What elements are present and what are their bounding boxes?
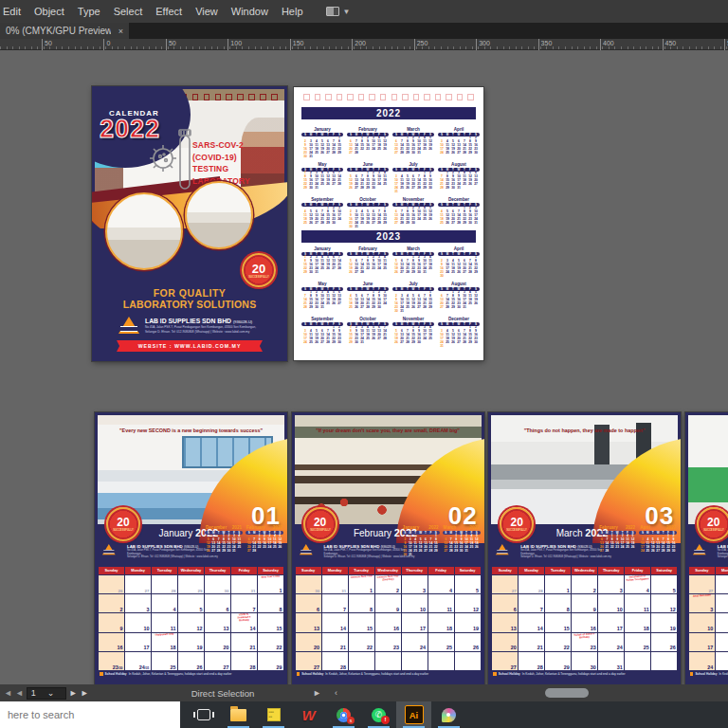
day-cell: 2: [572, 575, 597, 593]
day-cell: 15: [349, 613, 374, 631]
day-cell: 3: [598, 575, 624, 593]
artboard-month-february[interactable]: "If your dream don't scare you, they are…: [292, 412, 484, 684]
day-cell: 26: [651, 633, 677, 651]
windows-taskbar: =====Ws✆!Ai: [0, 701, 728, 728]
day-cell: 20: [205, 633, 230, 651]
taskbar-chrome-icon[interactable]: s: [326, 701, 361, 728]
day-cell: 27: [205, 652, 230, 670]
workspace-switcher[interactable]: ▼: [326, 7, 351, 16]
month-grid: 3031Chinese New Year1Chinese New Year (2…: [296, 575, 481, 670]
labid-logo: [496, 544, 509, 555]
mini-calendar-january-2023: JanuarySMTWTFS12345678910111213141516171…: [301, 246, 343, 279]
day-cell: 15: [258, 613, 283, 631]
artboard-month-march[interactable]: "Things do not happen, they are made to …: [488, 412, 681, 684]
mini-calendar-may-2023: MaySMTWTFS123456789101112131415161718192…: [301, 282, 343, 314]
canvas[interactable]: CALENDAR 2022: [0, 50, 728, 684]
month-quote: "DO or do so…": [691, 428, 728, 433]
document-tab[interactable]: 0% (CMYK/GPU Preview) ×: [0, 23, 129, 39]
menu-item-effect[interactable]: Effect: [155, 6, 182, 17]
day-cell: 6: [296, 594, 321, 612]
menu-item-edit[interactable]: Edit: [3, 6, 21, 17]
month-quote: "If your dream don't scare you, they are…: [298, 428, 479, 433]
ruler-label: 50: [42, 39, 52, 50]
day-cell: 7: [322, 594, 348, 612]
next-artboard-icon[interactable]: ►: [69, 688, 78, 698]
chevron-down-icon: ▼: [343, 8, 351, 16]
month-quote: "Every new SECOND is a new beginning tow…: [100, 428, 282, 433]
taskbar-whatsapp-icon[interactable]: ✆!: [361, 701, 396, 728]
artboard-month-april[interactable]: "DO or do so…" 04 20 SUCCESSFULLY April …: [685, 412, 728, 684]
menu-item-object[interactable]: Object: [34, 6, 64, 17]
day-cell: 20: [492, 633, 518, 651]
day-cell: 9: [572, 594, 597, 612]
taskbar-task-view-icon[interactable]: [186, 701, 221, 728]
month-title: April 2022: [723, 527, 728, 538]
taskbar-illustrator-icon[interactable]: Ai: [396, 701, 431, 728]
artboard-cover[interactable]: CALENDAR 2022: [92, 86, 287, 361]
mini-calendar-june-2023: JuneSMTWTFS12345678910111213141516171819…: [347, 282, 389, 314]
menu-item-help[interactable]: Help: [282, 6, 303, 17]
horizontal-scrollbar-thumb[interactable]: [545, 688, 589, 698]
status-back-icon[interactable]: ‹: [335, 688, 337, 698]
day-cell: Installation of Sultan Terengganu4: [625, 575, 650, 593]
weekday-header: Sunday: [99, 567, 124, 574]
artboard-number: 1: [31, 688, 36, 698]
day-cell: 7: [231, 594, 257, 612]
day-cell: 6: [492, 594, 518, 612]
holiday-legend: School Holiday In Kedah, Johor, Kelantan…: [100, 672, 282, 676]
day-cell: New Year's Day1: [258, 575, 283, 593]
day-cell: 5: [651, 575, 677, 593]
day-cell: [625, 652, 650, 670]
day-cell: YDPB N. Sembilan's Birthday14: [231, 613, 257, 631]
close-tab-icon[interactable]: ×: [118, 27, 123, 36]
mini-calendar-february-2022: February2022SMTWTFS123456789101112131415…: [246, 525, 283, 554]
day-cell: Thaipusam Day18: [152, 633, 177, 651]
weekday-header: Tuesday: [349, 567, 374, 574]
first-artboard-icon[interactable]: ◄: [4, 688, 12, 698]
prev-artboard-icon[interactable]: ◄: [15, 688, 24, 698]
day-cell: 29: [178, 575, 204, 593]
day-cell: 9: [99, 613, 124, 631]
menu-item-select[interactable]: Select: [114, 6, 143, 17]
artboard-navigation[interactable]: ◄ ◄ 1 ⌄ ► ►: [0, 687, 89, 700]
status-arrows[interactable]: ► ‹: [313, 688, 337, 698]
menu-item-window[interactable]: Window: [231, 6, 268, 17]
artboard-number-box[interactable]: 1 ⌄: [27, 687, 66, 700]
ruler-label: 400: [600, 39, 614, 50]
taskbar-wps-office-icon[interactable]: W: [291, 701, 326, 728]
year-banner-2022: 2022: [301, 107, 476, 119]
menu-item-type[interactable]: Type: [78, 6, 100, 17]
day-cell: 28: [231, 652, 257, 670]
day-cell: 16: [572, 613, 597, 631]
day-cell: 24: [402, 633, 428, 651]
day-cell: 28: [322, 652, 348, 670]
day-cell: 8: [349, 594, 374, 612]
status-bar: ◄ ◄ 1 ⌄ ► ► Direct Selection ► ‹: [0, 684, 728, 701]
current-tool-label: Direct Selection: [142, 688, 303, 699]
company-name: LAB ID SUPPLIES SDN BHD: [145, 318, 231, 324]
mini-calendar-november-2022: NovemberSMTWTFS1234567891011121314151617…: [392, 197, 434, 229]
document-tab-bar: 0% (CMYK/GPU Preview) ×: [0, 23, 728, 39]
ruler-label: 100: [228, 39, 242, 50]
status-arrow-icon[interactable]: ►: [313, 688, 321, 698]
horizontal-ruler: 50050100150200250300350400450500: [0, 39, 728, 50]
chevron-down-icon[interactable]: ⌄: [47, 688, 55, 698]
search-input[interactable]: [0, 701, 180, 728]
menu-item-view[interactable]: View: [195, 6, 218, 17]
weekday-header: Wednesday: [375, 567, 401, 574]
document-tab-title: 0% (CMYK/GPU Preview): [6, 26, 111, 36]
mini-calendar-october-2022: OctoberSMTWTFS12345678910111213141516171…: [347, 197, 389, 229]
artboard-year-calendar[interactable]: 2022JanuarySMTWTFS1234567891011121314151…: [294, 87, 483, 360]
cover-photo-circle-1: [105, 192, 183, 270]
artboard-month-january[interactable]: "Every new SECOND is a new beginning tow…: [95, 412, 287, 684]
taskbar-file-explorer-icon[interactable]: [221, 701, 256, 728]
day-cell: 11: [428, 594, 454, 612]
day-cell: 14: [519, 613, 544, 631]
day-cell: 6: [205, 594, 230, 612]
taskbar-sticky-notes-icon[interactable]: =====: [256, 701, 291, 728]
day-cell: 10: [125, 613, 151, 631]
last-artboard-icon[interactable]: ►: [81, 688, 89, 698]
day-cell: 16: [375, 613, 401, 631]
taskbar-paint3d-icon[interactable]: [431, 701, 466, 728]
mini-calendar-february-2022: FebruarySMTWTFS1234567891011121314151617…: [347, 127, 389, 159]
